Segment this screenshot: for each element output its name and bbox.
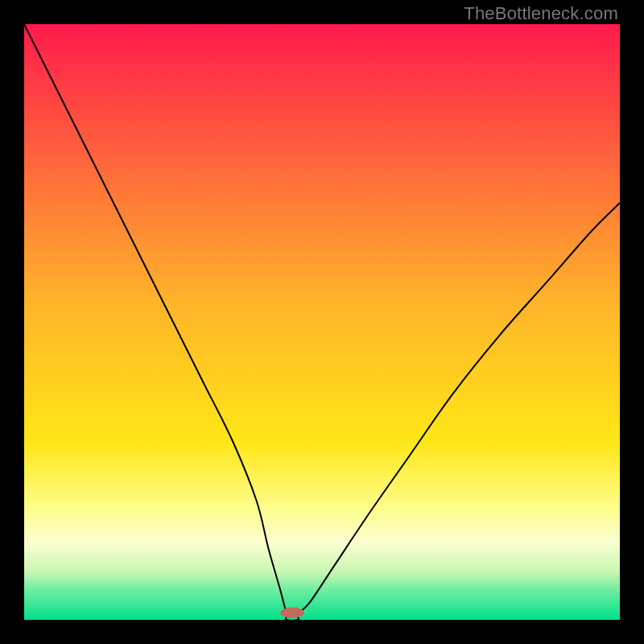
watermark-text: TheBottleneck.com	[464, 3, 618, 24]
gradient-background	[24, 24, 620, 620]
chart-frame: TheBottleneck.com	[0, 0, 644, 644]
optimal-point-marker	[280, 607, 304, 617]
chart-svg	[24, 24, 620, 620]
plot-area	[24, 24, 620, 620]
